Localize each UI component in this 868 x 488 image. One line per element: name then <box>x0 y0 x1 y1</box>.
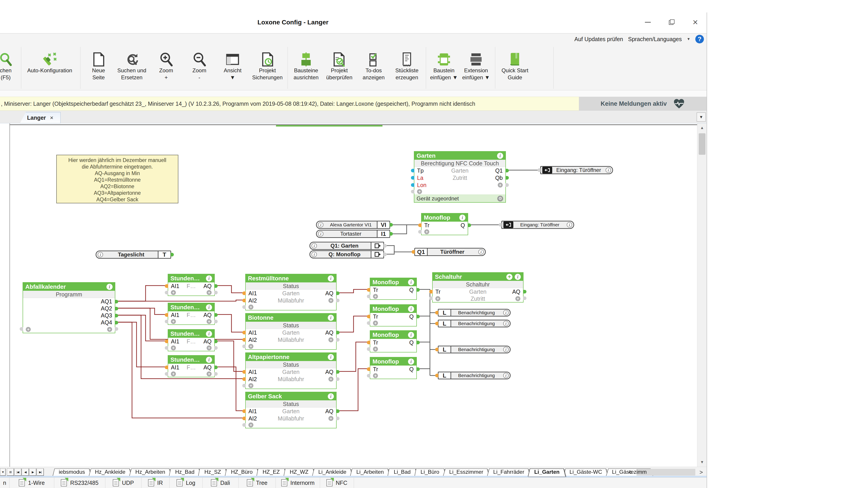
status-item-tree[interactable]: Tree <box>239 478 276 488</box>
function-block-restmuelltonne[interactable]: Restmülltonnei Status AI1GartenAQ AI2Mül… <box>245 274 337 311</box>
tab-close-icon[interactable]: × <box>50 114 53 121</box>
info-icon[interactable]: i <box>206 304 212 311</box>
input-pin[interactable] <box>242 370 246 374</box>
input-pin[interactable] <box>165 284 168 288</box>
next-page-button[interactable]: ▶ <box>29 468 36 476</box>
output-connector-tueroeffner[interactable]: Q1 Türöffner i <box>414 248 486 256</box>
add-input-icon[interactable]: + <box>248 383 253 388</box>
status-item-internorm[interactable]: Internorm <box>276 478 320 488</box>
check-updates-link[interactable]: Auf Updates prüfen <box>575 36 623 42</box>
add-input-icon[interactable]: + <box>171 346 176 350</box>
add-output-icon[interactable]: + <box>207 319 212 324</box>
input-pin[interactable] <box>165 313 168 317</box>
add-output-icon[interactable]: + <box>207 290 212 295</box>
function-block-monoflop-1[interactable]: Monoflopi TrQ + <box>370 278 417 300</box>
status-item-partial[interactable]: n <box>0 478 9 488</box>
ribbon-button-ansicht[interactable]: Ansicht ▼ <box>216 45 250 89</box>
input-pin[interactable] <box>367 315 370 318</box>
info-icon[interactable]: i <box>503 373 508 378</box>
page-tab[interactable]: HZ_WZ <box>283 467 315 477</box>
languages-link[interactable]: Sprachen/Languages <box>628 36 682 42</box>
output-connector-benachrichtigung-4[interactable]: L Benachrichtigung i <box>438 372 510 379</box>
ribbon-button-zoom-out[interactable]: Zoom - <box>184 45 215 89</box>
info-icon[interactable]: i <box>408 306 414 312</box>
input-pin[interactable] <box>429 296 433 300</box>
page-tab[interactable]: iebsmodus <box>53 467 91 477</box>
output-connector-benachrichtigung-1[interactable]: L Benachrichtigung i <box>438 309 510 317</box>
info-icon[interactable]: i <box>503 321 508 326</box>
add-output-icon[interactable]: + <box>207 371 212 377</box>
function-block-gelber-sack[interactable]: Gelber Sacki Status AI1GartenAQ AI2Mülla… <box>245 392 337 428</box>
input-pin[interactable] <box>411 176 414 180</box>
ribbon-button-todos-anzeigen[interactable]: To-dos anzeigen <box>357 45 391 89</box>
add-input-icon[interactable]: + <box>435 296 440 301</box>
page-tab[interactable]: Hz_Ankleide <box>89 467 132 477</box>
ribbon-button-suchen-partial[interactable]: chen (F5) <box>0 45 18 89</box>
page-tab[interactable]: Li_Fahrräder <box>487 467 530 477</box>
add-input-icon[interactable]: + <box>373 294 378 299</box>
vertical-scrollbar[interactable]: ▲ ▼ <box>697 123 707 467</box>
info-icon[interactable]: i <box>328 393 334 399</box>
status-item-rs232[interactable]: RS232/485 <box>54 478 105 488</box>
input-pin[interactable] <box>242 299 246 302</box>
add-input-icon[interactable]: + <box>417 189 422 194</box>
input-pin[interactable] <box>367 341 370 344</box>
output-connector-eingang-tueroeffner-2[interactable]: Eingang: Türöffner i <box>501 221 574 229</box>
ribbon-button-quick-start-guide[interactable]: Quick Start Guide <box>496 45 534 89</box>
page-tab[interactable]: Li_Bad <box>388 467 417 477</box>
info-icon[interactable]: i <box>311 243 317 249</box>
previous-page-button[interactable]: ◀ <box>22 468 29 476</box>
tab-list-dropdown-button[interactable]: ▼ <box>697 112 706 122</box>
info-icon[interactable]: i <box>497 153 503 159</box>
memory-ref-q1-garten[interactable]: i Q1: Garten <box>309 242 384 250</box>
status-item-udp[interactable]: UDP <box>105 478 142 488</box>
function-block-monoflop-3[interactable]: Monoflopi TrQ + <box>370 330 417 352</box>
info-icon[interactable]: i <box>408 279 414 285</box>
info-icon[interactable]: i <box>328 354 334 360</box>
page-tab[interactable]: HZ_Büro <box>225 467 259 477</box>
info-icon[interactable]: i <box>311 252 317 257</box>
function-block-schaltuhr[interactable]: Schaltuhr+i Schaltuhr TrGartenAQ +Zutrit… <box>432 272 524 302</box>
info-icon[interactable]: i <box>206 331 212 337</box>
scroll-up-button[interactable]: ▲ <box>698 123 707 132</box>
input-pin[interactable] <box>242 338 246 341</box>
input-pin[interactable] <box>411 190 414 193</box>
scroll-down-button[interactable]: ▼ <box>698 458 707 467</box>
input-pin[interactable] <box>367 288 370 292</box>
input-pin[interactable] <box>411 183 414 187</box>
info-icon[interactable]: i <box>206 275 212 282</box>
input-pin[interactable] <box>242 384 246 387</box>
output-connector-benachrichtigung-3[interactable]: L Benachrichtigung i <box>438 346 510 353</box>
input-pin[interactable] <box>367 347 370 351</box>
ribbon-button-projekt-sicherungen[interactable]: Projekt Sicherungen <box>248 45 287 89</box>
page-tab[interactable]: Li_Esszimmer <box>443 467 490 477</box>
minimize-button[interactable] <box>641 15 655 29</box>
add-output-icon[interactable]: + <box>329 298 333 303</box>
info-icon[interactable]: i <box>328 315 334 321</box>
info-icon[interactable]: i <box>106 284 113 290</box>
function-block-biotonne[interactable]: Biotonnei Status AI1GartenAQ AI2Müllabfu… <box>245 313 337 350</box>
input-pin[interactable] <box>165 291 168 294</box>
info-icon[interactable]: i <box>328 275 334 282</box>
input-pin[interactable] <box>242 291 246 295</box>
input-pin[interactable] <box>242 423 246 427</box>
page-tab[interactable]: Li_Büro <box>414 467 446 477</box>
ribbon-button-neue-seite[interactable]: Neue Seite <box>82 45 116 89</box>
input-pin[interactable] <box>418 223 422 227</box>
add-output-icon[interactable]: + <box>207 346 212 350</box>
function-block-garten-nfc[interactable]: Garteni Berechtigung NFC Code Touch TpGa… <box>414 151 506 203</box>
page-tab[interactable]: Hz_SZ <box>198 467 227 477</box>
input-pin[interactable] <box>242 305 246 309</box>
function-block-monoflop-top[interactable]: Monoflopi TrQ + <box>421 213 468 235</box>
input-pin[interactable] <box>165 365 168 369</box>
function-block-monoflop-4[interactable]: Monoflopi TrQ + <box>370 357 417 379</box>
status-item-ir[interactable]: IR <box>142 478 169 488</box>
ribbon-button-zoom-in[interactable]: Zoom + <box>150 45 182 89</box>
input-pin[interactable] <box>367 321 370 325</box>
status-item-nfc[interactable]: NFC <box>320 478 354 488</box>
ribbon-button-projekt-ueberpruefen[interactable]: Projekt überprüfen <box>320 45 359 89</box>
status-item-dali[interactable]: Dali <box>203 478 239 488</box>
output-connector-benachrichtigung-2[interactable]: L Benachrichtigung i <box>438 320 510 327</box>
add-input-icon[interactable]: + <box>171 371 176 377</box>
page-nav-menu-button[interactable]: ▼ <box>0 468 5 476</box>
